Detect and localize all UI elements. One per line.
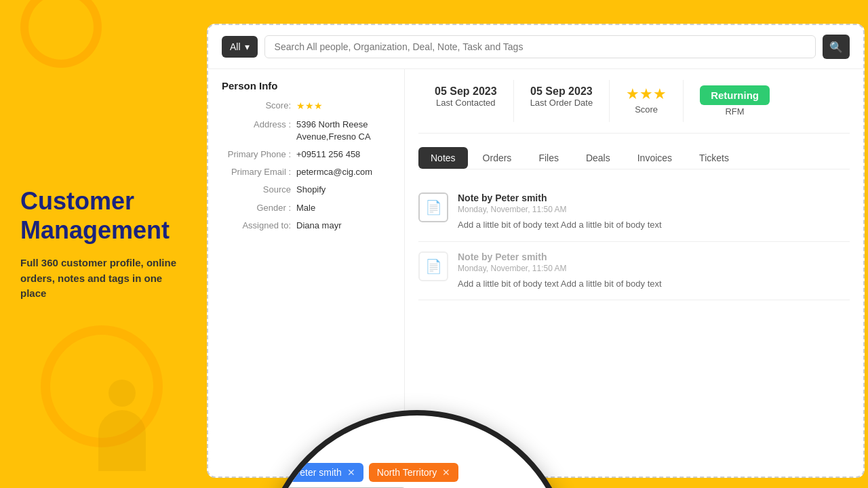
note-item-1: 📄 Note by Peter smith Monday, November, … [418,183,850,242]
tab-invoices[interactable]: Invoices [625,147,684,169]
tags-title: Tags [285,438,313,452]
address-label: Address : [222,119,296,143]
filter-label: All [230,41,241,52]
rfm-label: RFM [700,106,770,117]
last-order-stat: 05 Sep 2023 Last Order Date [514,80,610,122]
score-stars: ★★★ [296,100,391,113]
search-icon: 🔍 [829,41,843,54]
note-time-1: Monday, November, 11:50 AM [458,205,662,214]
email-value: petermca@cig.com [296,166,391,178]
search-input[interactable] [264,35,816,58]
tag-north-territory-label: North Territory [377,467,437,478]
last-contacted-label: Last Contacted [435,98,497,108]
title-line1: Customer [20,187,134,215]
tab-tickets[interactable]: Tickets [687,147,741,169]
email-label: Primary Email : [222,166,296,178]
rfm-stat: Returning RFM [684,80,786,122]
magnifier-container: Tags + Peter smith ✕ North Territory ✕ S… [125,200,451,488]
search-bar: All ▾ 🔍 [208,25,863,69]
score-stat: ★★★ Score [610,80,684,122]
last-contacted-stat: 05 Sep 2023 Last Contacted [418,80,514,122]
score-row: Score: ★★★ [222,100,391,113]
tag-peter-smith: Peter smith ✕ [285,463,363,482]
note-item-2: 📄 Note by Peter smith Monday, November, … [418,242,850,301]
note-author-1: Note by Peter smith [458,192,662,203]
source-value: Shopify [296,184,391,196]
rfm-badge: Returning [700,85,770,105]
tab-deals[interactable]: Deals [574,147,623,169]
note-content-1: Note by Peter smith Monday, November, 11… [458,192,662,232]
phone-label: Primary Phone : [222,148,296,161]
tags-list: Peter smith ✕ North Territory ✕ Stylist … [285,463,549,488]
chevron-down-icon: ▾ [245,41,250,52]
note-text-2: Add a little bit of body text Add a litt… [458,277,662,291]
last-order-label: Last Order Date [530,98,593,108]
search-button[interactable]: 🔍 [823,35,850,59]
note-content-2: Note by Peter smith Monday, November, 11… [458,251,662,291]
last-contacted-date: 05 Sep 2023 [435,85,497,98]
score-label: Score: [222,100,296,113]
phone-value: +09511 256 458 [296,148,391,161]
tabs-row: Notes Orders Files Deals Invoices Ticket… [418,147,850,169]
email-row: Primary Email : petermca@cig.com [222,166,391,178]
source-label: Source [222,184,296,196]
tab-files[interactable]: Files [526,147,571,169]
last-order-date: 05 Sep 2023 [530,85,593,98]
score-stat-label: Score [626,104,667,115]
tab-orders[interactable]: Orders [471,147,524,169]
note-time-2: Monday, November, 11:50 AM [458,264,662,273]
stats-row: 05 Sep 2023 Last Contacted 05 Sep 2023 L… [418,80,850,134]
source-row: Source Shopify [222,184,391,196]
note-text-1: Add a little bit of body text Add a litt… [458,218,662,232]
score-stars-display: ★★★ [626,85,667,103]
tab-notes[interactable]: Notes [418,147,468,169]
remove-peter-smith-tag[interactable]: ✕ [347,467,355,478]
detail-panel: 05 Sep 2023 Last Contacted 05 Sep 2023 L… [405,69,863,476]
tag-north-territory: North Territory ✕ [369,463,458,482]
phone-row: Primary Phone : +09511 256 458 [222,148,391,161]
filter-all-button[interactable]: All ▾ [222,36,258,58]
remove-north-territory-tag[interactable]: ✕ [442,467,450,478]
address-row: Address : 5396 North Reese Avenue,Fresno… [222,119,391,143]
address-value: 5396 North Reese Avenue,Fresno CA [296,119,391,143]
tag-peter-smith-label: Peter smith [294,467,342,478]
person-info-title: Person Info [222,80,391,92]
note-author-2: Note by Peter smith [458,251,662,262]
